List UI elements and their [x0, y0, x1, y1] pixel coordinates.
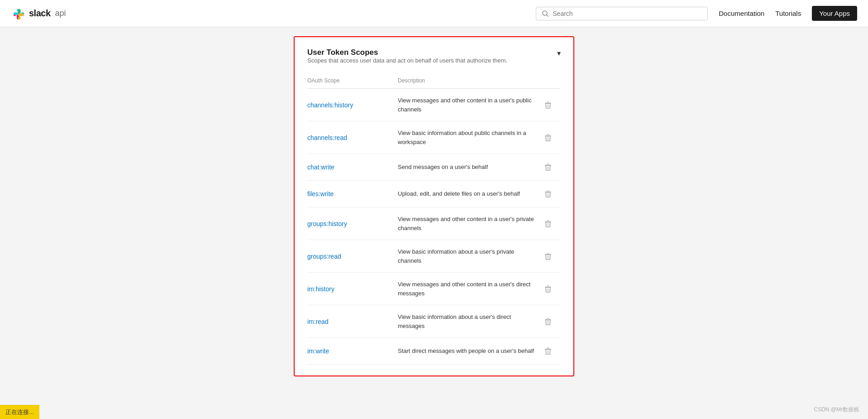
slack-logo-icon	[11, 6, 25, 21]
search-box[interactable]	[536, 7, 708, 20]
svg-rect-27	[547, 285, 549, 286]
trash-icon	[544, 220, 552, 228]
svg-rect-23	[547, 253, 549, 253]
page-body: User Token Scopes Scopes that access use…	[0, 27, 868, 419]
trash-icon	[544, 318, 552, 326]
header-right: Documentation Tutorials Your Apps	[536, 6, 857, 21]
scope-link[interactable]: groups:read	[307, 253, 341, 260]
watermark: CSDN @Mr数据栈	[814, 406, 859, 414]
scope-description: View messages and other content in a use…	[398, 281, 530, 297]
your-apps-button[interactable]: Your Apps	[812, 6, 857, 21]
col-header-actions	[543, 76, 561, 89]
header: slack api Documentation Tutorials Your A…	[0, 0, 868, 27]
table-row: im:history View messages and other conte…	[307, 273, 561, 305]
col-header-scope: OAuth Scope	[307, 76, 398, 89]
scope-description: View messages and other content in a use…	[398, 97, 532, 113]
table-header-row: OAuth Scope Description	[307, 76, 561, 89]
svg-rect-31	[547, 318, 549, 318]
table-row: im:write Start direct messages with peop…	[307, 338, 561, 365]
scopes-table: OAuth Scope Description channels:history…	[307, 76, 561, 365]
trash-icon	[544, 285, 552, 293]
bottom-status-bar: 正在连接...	[0, 405, 39, 419]
chevron-down-icon[interactable]: ▾	[557, 49, 561, 58]
scope-link[interactable]: groups:history	[307, 220, 347, 227]
scope-link[interactable]: channels:read	[307, 134, 347, 141]
col-header-description: Description	[398, 76, 543, 89]
delete-scope-button[interactable]	[543, 218, 553, 230]
tutorials-link[interactable]: Tutorials	[775, 10, 801, 17]
table-row: groups:read View basic information about…	[307, 240, 561, 273]
table-row: chat:write Send messages on a user's beh…	[307, 154, 561, 181]
scope-description: View basic information about public chan…	[398, 130, 526, 145]
svg-rect-11	[547, 164, 549, 164]
logo-area: slack api	[11, 6, 66, 21]
svg-rect-19	[547, 220, 549, 221]
user-token-scopes-section: User Token Scopes Scopes that access use…	[294, 36, 574, 376]
svg-rect-7	[547, 134, 549, 135]
logo-text: slack	[29, 8, 51, 19]
scope-link[interactable]: chat:write	[307, 164, 334, 171]
delete-scope-button[interactable]	[543, 345, 553, 357]
section-subtitle: Scopes that access user data and act on …	[307, 57, 507, 64]
delete-scope-button[interactable]	[543, 99, 553, 111]
trash-icon	[544, 101, 552, 109]
documentation-link[interactable]: Documentation	[719, 10, 764, 17]
delete-scope-button[interactable]	[543, 132, 553, 144]
trash-icon	[544, 134, 552, 142]
api-text: api	[55, 9, 66, 18]
svg-rect-3	[547, 101, 549, 102]
trash-icon	[544, 252, 552, 260]
scope-description: View basic information about a user's di…	[398, 313, 511, 329]
scope-description: Send messages on a user's behalf	[398, 164, 493, 170]
trash-icon	[544, 190, 552, 198]
scope-link[interactable]: channels:history	[307, 101, 353, 109]
section-title: User Token Scopes	[307, 48, 507, 57]
delete-scope-button[interactable]	[543, 283, 553, 295]
table-row: im:read View basic information about a u…	[307, 305, 561, 338]
scope-description: Start direct messages with people on a u…	[398, 347, 539, 354]
table-row: files:write Upload, edit, and delete fil…	[307, 181, 561, 207]
delete-scope-button[interactable]	[543, 316, 553, 327]
section-header: User Token Scopes Scopes that access use…	[307, 48, 561, 73]
scope-description: View basic information about a user's pr…	[398, 248, 514, 264]
delete-scope-button[interactable]	[543, 161, 553, 173]
status-text: 正在连接...	[5, 409, 34, 415]
scope-link[interactable]: files:write	[307, 190, 334, 197]
table-row: channels:history View messages and other…	[307, 89, 561, 121]
svg-line-1	[547, 14, 548, 16]
search-input[interactable]	[553, 10, 702, 17]
scope-link[interactable]: im:read	[307, 318, 329, 325]
trash-icon	[544, 163, 552, 171]
delete-scope-button[interactable]	[543, 250, 553, 262]
scope-link[interactable]: im:history	[307, 285, 334, 293]
scope-description: Upload, edit, and delete files on a user…	[398, 190, 525, 197]
table-row: channels:read View basic information abo…	[307, 121, 561, 154]
trash-icon	[544, 347, 552, 355]
svg-rect-15	[547, 191, 549, 191]
section-title-area: User Token Scopes Scopes that access use…	[307, 48, 507, 73]
scope-link[interactable]: im:write	[307, 347, 329, 355]
content-wrapper: User Token Scopes Scopes that access use…	[294, 36, 574, 410]
delete-scope-button[interactable]	[543, 188, 553, 200]
svg-rect-35	[547, 348, 549, 348]
table-row: groups:history View messages and other c…	[307, 207, 561, 240]
scope-description: View messages and other content in a use…	[398, 216, 534, 231]
search-icon	[542, 10, 549, 17]
